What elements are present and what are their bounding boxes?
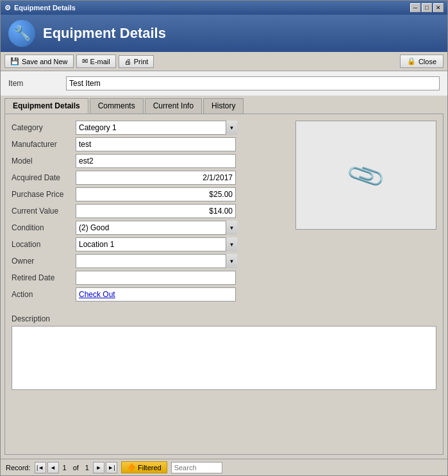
owner-select[interactable] <box>76 254 237 268</box>
paperclip-icon: 📎 <box>345 154 388 196</box>
email-icon: ✉ <box>82 57 88 65</box>
last-record-button[interactable]: ►| <box>106 462 117 473</box>
location-row: Location Location 1 Location 2 ▼ <box>12 237 283 251</box>
condition-label: Condition <box>12 223 76 232</box>
check-out-link[interactable]: Check Out <box>79 290 115 299</box>
retired-date-row: Retired Date <box>12 271 283 285</box>
manufacturer-input[interactable] <box>76 137 236 151</box>
action-label: Action <box>12 290 76 299</box>
record-total: 1 <box>83 464 92 472</box>
record-of: of <box>71 464 81 472</box>
current-value-label: Current Value <box>12 207 76 216</box>
acquired-date-row: Acquired Date <box>12 171 283 185</box>
location-select-wrapper: Location 1 Location 2 ▼ <box>76 237 237 251</box>
category-label: Category <box>12 123 76 132</box>
owner-select-wrapper: ▼ <box>76 254 237 268</box>
purchase-price-input[interactable] <box>76 187 236 201</box>
purchase-price-row: Purchase Price <box>12 187 283 201</box>
tab-content: Category Category 1 Category 2 ▼ Manufac… <box>4 114 444 455</box>
save-icon: 💾 <box>10 57 19 65</box>
close-window-button[interactable]: ✕ <box>433 3 444 12</box>
filtered-label: Filtered <box>138 464 162 472</box>
filtered-button[interactable]: 🔶 Filtered <box>121 461 167 473</box>
manufacturer-label: Manufacturer <box>12 140 76 149</box>
description-label: Description <box>12 314 436 323</box>
tab-current-info[interactable]: Current Info <box>145 98 202 114</box>
minimize-button[interactable]: ─ <box>410 3 420 12</box>
search-input[interactable] <box>171 462 222 473</box>
action-row: Action Check Out <box>12 287 283 302</box>
model-row: Model <box>12 154 283 168</box>
print-button[interactable]: 🖨 Print <box>119 55 154 68</box>
current-value-row: Current Value <box>12 204 283 218</box>
purchase-price-label: Purchase Price <box>12 190 76 199</box>
header-section: 🔧 Equipment Details <box>1 15 447 52</box>
tab-history[interactable]: History <box>203 98 244 114</box>
condition-select[interactable]: (1) Excellent (2) Good (3) Fair (4) Poor <box>76 221 237 235</box>
header-title: Equipment Details <box>43 25 166 42</box>
retired-date-label: Retired Date <box>12 273 76 282</box>
tab-equipment-details[interactable]: Equipment Details <box>4 98 88 114</box>
title-bar: ⚙ Equipment Details ─ □ ✕ <box>1 1 447 15</box>
category-select-wrapper: Category 1 Category 2 ▼ <box>76 121 237 135</box>
tab-comments[interactable]: Comments <box>90 98 144 114</box>
filter-icon: 🔶 <box>127 463 136 472</box>
save-and-new-label: Save and New <box>22 58 68 65</box>
title-bar-controls: ─ □ ✕ <box>410 3 444 12</box>
main-window: ⚙ Equipment Details ─ □ ✕ 🔧 Equipment De… <box>0 0 448 476</box>
window-title: Equipment Details <box>14 4 76 12</box>
window-icon: ⚙ <box>4 4 11 12</box>
print-label: Print <box>134 58 149 65</box>
record-current: 1 <box>60 464 69 472</box>
tabs-header: Equipment Details Comments Current Info … <box>4 98 444 114</box>
restore-button[interactable]: □ <box>422 3 432 12</box>
image-box: 📎 <box>295 121 436 230</box>
toolbar: 💾 Save and New ✉ E-mail 🖨 Print 🔒 Close <box>1 52 447 71</box>
print-icon: 🖨 <box>124 58 131 65</box>
category-select[interactable]: Category 1 Category 2 <box>76 121 237 135</box>
save-and-new-button[interactable]: 💾 Save and New <box>4 55 74 68</box>
current-value-input[interactable] <box>76 204 236 218</box>
description-textarea[interactable] <box>12 326 436 390</box>
title-bar-left: ⚙ Equipment Details <box>4 4 76 12</box>
next-record-button[interactable]: ► <box>93 462 104 473</box>
retired-date-input[interactable] <box>76 271 236 285</box>
first-record-button[interactable]: |◄ <box>35 462 46 473</box>
owner-row: Owner ▼ <box>12 254 283 268</box>
item-input[interactable] <box>66 76 440 90</box>
acquired-date-label: Acquired Date <box>12 173 76 182</box>
email-label: E-mail <box>90 58 110 65</box>
model-label: Model <box>12 157 76 166</box>
form-section: Category Category 1 Category 2 ▼ Manufac… <box>12 121 436 304</box>
description-section: Description <box>12 314 436 392</box>
email-button[interactable]: ✉ E-mail <box>76 55 116 68</box>
record-nav: |◄ ◄ 1 of 1 ► ►| <box>35 462 117 473</box>
item-row: Item <box>1 71 447 96</box>
header-icon-glyph: 🔧 <box>13 25 31 42</box>
item-label: Item <box>8 79 60 88</box>
close-button[interactable]: 🔒 Close <box>400 55 444 68</box>
category-row: Category Category 1 Category 2 ▼ <box>12 121 283 135</box>
record-label: Record: <box>6 464 31 472</box>
close-lock-icon: 🔒 <box>407 57 416 65</box>
header-icon: 🔧 <box>8 20 35 47</box>
status-bar: Record: |◄ ◄ 1 of 1 ► ►| 🔶 Filtered <box>1 459 447 475</box>
condition-row: Condition (1) Excellent (2) Good (3) Fai… <box>12 221 283 235</box>
acquired-date-input[interactable] <box>76 171 236 185</box>
location-label: Location <box>12 240 76 249</box>
condition-select-wrapper: (1) Excellent (2) Good (3) Fair (4) Poor… <box>76 221 237 235</box>
manufacturer-row: Manufacturer <box>12 137 283 151</box>
form-fields: Category Category 1 Category 2 ▼ Manufac… <box>12 121 283 304</box>
action-field: Check Out <box>76 287 236 302</box>
prev-record-button[interactable]: ◄ <box>47 462 59 473</box>
location-select[interactable]: Location 1 Location 2 <box>76 237 237 251</box>
owner-label: Owner <box>12 257 76 266</box>
model-input[interactable] <box>76 154 236 168</box>
close-label: Close <box>419 58 436 65</box>
tabs-container: Equipment Details Comments Current Info … <box>1 96 447 459</box>
